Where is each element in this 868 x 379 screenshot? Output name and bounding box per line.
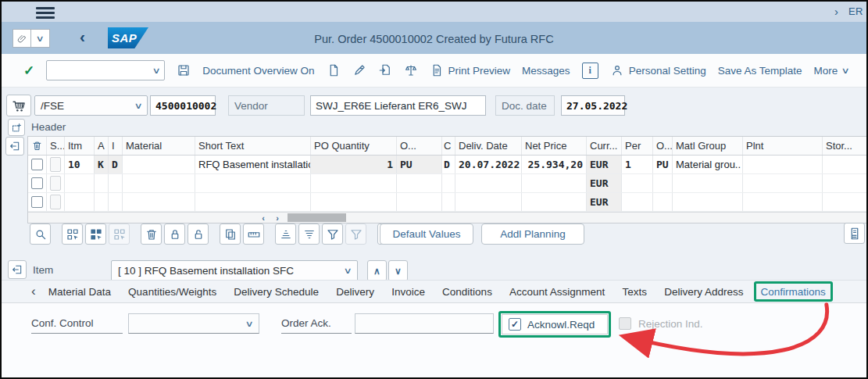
cell-stor[interactable] <box>823 174 868 192</box>
cell-net-price[interactable] <box>522 174 587 192</box>
order-type-dropdown[interactable]: /FSE ∨ <box>34 95 148 116</box>
cell-stor[interactable] <box>823 156 868 173</box>
cell-deliv-date[interactable]: 20.07.2022 <box>455 156 522 173</box>
item-select-dropdown[interactable]: [ 10 ] RFQ Basement installation SFC ∨ <box>111 260 358 281</box>
cell-opu[interactable] <box>653 193 673 211</box>
cell-i[interactable] <box>109 193 123 211</box>
next-item-button[interactable]: ∨ <box>388 260 408 281</box>
sort-descending-icon[interactable] <box>298 223 320 245</box>
cell-per[interactable] <box>622 174 653 192</box>
cell-plnt[interactable] <box>743 193 823 211</box>
tab-texts[interactable]: Texts <box>623 286 648 298</box>
personal-setting-button[interactable]: Personal Setting <box>610 63 706 77</box>
scroll-left-icon[interactable]: ‹ <box>256 213 270 223</box>
item-status-box[interactable] <box>50 176 61 191</box>
cell-deliv-date[interactable] <box>455 193 522 211</box>
cell-short-text[interactable] <box>195 193 311 211</box>
hamburger-menu-icon[interactable] <box>36 7 55 19</box>
tab-delivery-address[interactable]: Delivery Address <box>664 286 743 298</box>
sort-ascending-icon[interactable] <box>275 223 296 245</box>
tab-delivery[interactable]: Delivery <box>336 286 374 298</box>
cell-matl-group[interactable]: Material grou.. <box>673 156 743 173</box>
more-menu-button[interactable]: More ∨ <box>814 65 849 77</box>
chevron-right-icon[interactable]: › <box>834 5 838 18</box>
scrollbar-thumb[interactable] <box>288 213 346 222</box>
select-block-icon[interactable] <box>62 223 83 245</box>
po-number-field[interactable]: 4500010002 <box>150 95 216 116</box>
conf-control-dropdown[interactable]: ∨ <box>128 313 259 334</box>
cell-stor[interactable] <box>823 193 868 211</box>
tab-scroll-left-icon[interactable]: ‹ <box>31 284 36 299</box>
details-search-icon[interactable] <box>30 223 51 245</box>
cell-material[interactable] <box>123 174 195 192</box>
create-document-icon[interactable] <box>327 63 341 77</box>
cell-a[interactable]: K <box>95 156 109 173</box>
cell-itm[interactable] <box>65 193 95 211</box>
tab-confirmations[interactable]: Confirmations <box>761 286 826 298</box>
cell-material[interactable] <box>123 193 195 211</box>
expand-header-icon[interactable] <box>8 119 25 136</box>
cell-c[interactable] <box>442 193 455 211</box>
cell-per[interactable]: 1 <box>622 156 653 173</box>
tab-delivery-schedule[interactable]: Delivery Schedule <box>234 286 319 298</box>
insert-row-icon[interactable] <box>243 223 264 245</box>
cell-plnt[interactable] <box>743 174 823 192</box>
command-combobox[interactable]: ∨ <box>46 60 165 80</box>
lock-icon[interactable] <box>164 223 185 245</box>
order-ack-input[interactable] <box>355 313 494 334</box>
cell-material[interactable] <box>123 156 195 173</box>
cell-net-price[interactable] <box>522 193 587 211</box>
cell-itm[interactable]: 10 <box>65 156 95 173</box>
cell-po-quantity[interactable] <box>311 174 397 192</box>
tab-account-assignment[interactable]: Account Assignment <box>509 286 605 298</box>
addl-planning-button[interactable]: Addl Planning <box>481 223 584 245</box>
cell-a[interactable] <box>95 193 109 211</box>
delete-column-icon[interactable] <box>28 137 47 155</box>
horizontal-scrollbar[interactable]: ‹ › <box>28 212 868 223</box>
cell-po-quantity[interactable]: 1 <box>311 156 397 173</box>
cell-itm[interactable] <box>65 174 95 192</box>
cell-curr[interactable]: EUR <box>587 174 622 192</box>
save-icon[interactable] <box>177 63 191 77</box>
cell-a[interactable] <box>95 174 109 192</box>
cell-per[interactable] <box>622 193 653 211</box>
cell-c[interactable] <box>442 174 455 192</box>
tab-material-data[interactable]: Material Data <box>48 286 111 298</box>
cell-i[interactable] <box>109 174 123 192</box>
enter-check-button[interactable]: ✓ <box>23 63 34 79</box>
check-document-icon[interactable] <box>404 63 418 77</box>
save-as-template-button[interactable]: Save As Template <box>718 65 802 77</box>
row-checkbox[interactable] <box>31 196 43 208</box>
cell-short-text[interactable] <box>195 174 311 192</box>
print-preview-button[interactable]: Print Preview <box>430 63 511 77</box>
other-purchase-order-icon[interactable] <box>378 63 392 77</box>
cell-curr[interactable]: EUR <box>587 193 622 211</box>
row-checkbox[interactable] <box>31 177 43 189</box>
vendor-field[interactable]: SWJ_ER6E Lieferant ER6_SWJ <box>310 95 486 116</box>
collapse-item-detail-icon[interactable] <box>8 260 27 279</box>
item-status-box[interactable] <box>50 195 61 209</box>
filter-icon[interactable] <box>322 223 343 245</box>
shopping-cart-icon[interactable] <box>6 95 31 116</box>
cell-short-text[interactable]: RFQ Basement installation .. <box>195 156 311 173</box>
info-icon[interactable]: i <box>582 63 598 79</box>
doc-date-field[interactable]: 27.05.2022 <box>561 95 625 116</box>
cell-i[interactable]: D <box>109 156 123 173</box>
messages-button[interactable]: Messages <box>522 65 570 77</box>
scroll-right-icon[interactable]: › <box>270 213 284 223</box>
tab-invoice[interactable]: Invoice <box>391 286 425 298</box>
cell-matl-group[interactable] <box>673 174 743 192</box>
cell-opu[interactable]: PU <box>653 156 673 173</box>
display-change-icon[interactable] <box>352 63 366 77</box>
cell-net-price[interactable]: 25.934,20 <box>522 156 587 173</box>
document-journal-icon[interactable] <box>844 223 865 244</box>
select-all-icon[interactable] <box>85 223 106 245</box>
collapse-item-overview-icon[interactable] <box>5 137 24 156</box>
cell-deliv-date[interactable] <box>455 174 522 192</box>
default-values-button[interactable]: Default Values <box>380 223 473 245</box>
cell-oun[interactable]: PU <box>397 156 442 173</box>
cell-opu[interactable] <box>653 174 673 192</box>
delete-row-icon[interactable] <box>141 223 162 245</box>
copy-row-icon[interactable] <box>220 223 241 245</box>
document-overview-button[interactable]: Document Overview On <box>202 65 314 77</box>
